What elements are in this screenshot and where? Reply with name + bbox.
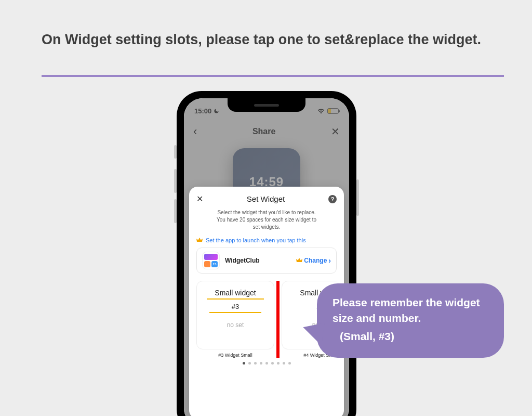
page-dot[interactable] — [288, 362, 291, 365]
instruction-underline — [42, 75, 504, 77]
bubble-line1: Please remember the widget size and numb… — [332, 295, 488, 327]
page-dot[interactable] — [248, 362, 251, 365]
crown-icon — [296, 257, 302, 264]
app-icon: 15 — [202, 252, 220, 269]
widget-slot[interactable]: Small widget #3 no set #3 Widget Small — [196, 281, 274, 358]
volume-down-button — [174, 199, 177, 223]
phone-screen: 15:00 ‹ Share ✕ 14:59 You shall not post… — [184, 98, 349, 416]
slot-number: #3 — [209, 303, 261, 313]
launch-setting-row[interactable]: Set the app to launch when you tap this — [196, 237, 337, 243]
page-dot[interactable] — [260, 362, 262, 365]
page-dot[interactable] — [271, 362, 274, 365]
change-label: Change — [304, 257, 327, 264]
sheet-header: ✕ Set Widget ? — [196, 194, 337, 204]
help-icon[interactable]: ? — [328, 195, 337, 203]
crown-icon — [196, 237, 203, 243]
silence-switch — [174, 145, 177, 159]
power-button — [356, 179, 359, 216]
sheet-description: Select the widget that you'd like to rep… — [196, 209, 337, 231]
page-dot[interactable] — [283, 362, 285, 365]
sheet-title: Set Widget — [247, 194, 285, 203]
page-dot[interactable] — [265, 362, 268, 365]
launch-setting-label: Set the app to launch when you tap this — [206, 237, 306, 243]
slot-size-label: Small widget — [207, 289, 264, 300]
widget-slot-card[interactable]: Small widget #3 no set — [196, 281, 274, 349]
volume-up-button — [174, 169, 177, 193]
callout-bubble: Please remember the widget size and numb… — [317, 283, 504, 358]
page-dot[interactable] — [277, 362, 280, 365]
sheet-close-button[interactable]: ✕ — [196, 194, 203, 204]
page-dots — [196, 362, 337, 365]
bubble-line2: (Small, #3) — [340, 329, 488, 344]
speaker — [254, 104, 279, 107]
phone-frame: 15:00 ‹ Share ✕ 14:59 You shall not post… — [177, 91, 356, 416]
page-dot[interactable] — [254, 362, 257, 365]
slot-caption: #3 Widget Small — [196, 353, 274, 358]
app-name: WidgetClub — [225, 257, 291, 264]
bubble-tail — [301, 320, 325, 346]
notch — [228, 98, 305, 112]
widget-slots-row[interactable]: Small widget #3 no set #3 Widget Small S… — [196, 281, 337, 358]
chevron-right-icon: › — [328, 256, 331, 265]
app-selector-card: 15 WidgetClub Change › — [196, 248, 337, 274]
change-app-button[interactable]: Change › — [296, 256, 331, 265]
instruction-heading: On Widget setting slots, please tap one … — [42, 30, 494, 50]
page-dot[interactable] — [243, 362, 245, 365]
slot-status: no set — [227, 321, 244, 329]
